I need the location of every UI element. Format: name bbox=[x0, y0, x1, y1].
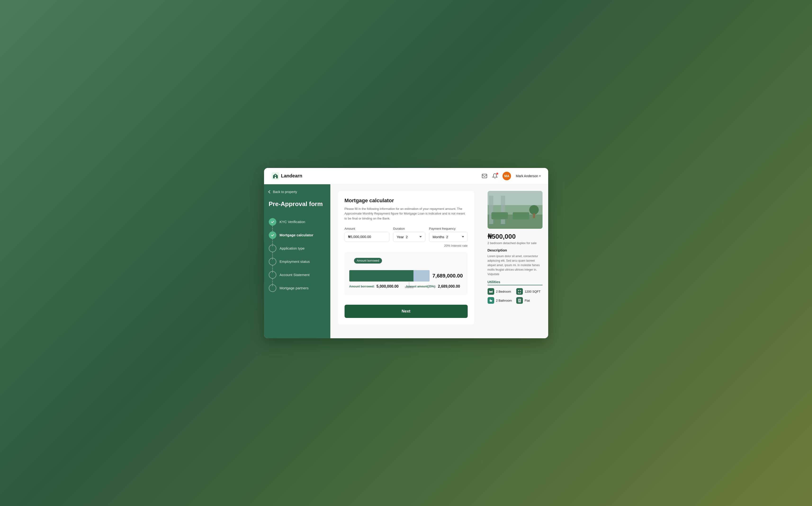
avatar: MA bbox=[502, 172, 511, 180]
right-panel: ₦500,000 2 bedroom detached duplex for s… bbox=[482, 184, 548, 338]
logo-icon bbox=[272, 172, 279, 180]
header-right: MA Mark Anderson ▾ bbox=[482, 172, 540, 180]
back-arrow-icon bbox=[268, 190, 271, 193]
content-area: Mortgage calculator Please fill in the f… bbox=[330, 184, 482, 338]
svg-rect-20 bbox=[520, 300, 520, 300]
step-label-kyc: KYC Verification bbox=[280, 220, 305, 224]
duration-select[interactable]: Year 2 bbox=[393, 232, 425, 242]
logo-text: Landearn bbox=[281, 173, 302, 179]
chart-bar-interest bbox=[413, 270, 429, 281]
notification-dot bbox=[496, 173, 498, 175]
frequency-chevron-icon bbox=[462, 236, 464, 238]
user-name: Mark Anderson bbox=[516, 174, 538, 178]
step-item-application[interactable]: Application type bbox=[269, 242, 326, 255]
svg-point-1 bbox=[275, 175, 276, 176]
chart-bar-container: Interest 7,689,000.00 bbox=[349, 270, 463, 281]
svg-rect-21 bbox=[519, 301, 519, 301]
step-circle-kyc bbox=[269, 218, 276, 226]
interest-rate: 20% Interest rate bbox=[345, 244, 468, 247]
description-title: Description bbox=[488, 248, 543, 252]
svg-rect-15 bbox=[489, 290, 490, 292]
property-image bbox=[488, 191, 543, 229]
svg-rect-2 bbox=[482, 174, 487, 178]
interest-label: Interest bbox=[405, 286, 413, 288]
utility-flat: Flat bbox=[516, 297, 543, 304]
chart-bar-fill bbox=[349, 270, 414, 281]
step-item-account[interactable]: Account Statement bbox=[269, 268, 326, 281]
svg-rect-22 bbox=[520, 301, 520, 301]
utility-bathroom-label: 2 Bathroom bbox=[496, 299, 512, 302]
main-layout: Back to property Pre-Approval form KYC V… bbox=[264, 184, 548, 338]
frequency-select[interactable]: Months 2 bbox=[429, 232, 468, 242]
bath-icon bbox=[488, 297, 494, 304]
step-item-employment[interactable]: Employment status bbox=[269, 255, 326, 268]
amount-borrowed-label: Amount borrowed: bbox=[349, 285, 375, 288]
utility-bedroom-label: 2 Bedroom bbox=[496, 290, 511, 293]
next-button[interactable]: Next bbox=[345, 305, 468, 318]
step-item-kyc[interactable]: KYC Verification bbox=[269, 215, 326, 229]
form-row: Amount Duration Year 2 bbox=[345, 227, 468, 242]
chart-section: Amount borrowed Interest 7,689,000.00 bbox=[345, 252, 468, 295]
svg-rect-17 bbox=[489, 300, 492, 301]
svg-rect-8 bbox=[491, 212, 508, 219]
description-text: Lorem ipsum dolor sit amet, consectetur … bbox=[488, 254, 543, 277]
step-list: KYC Verification Mortgage calculator App… bbox=[269, 215, 326, 295]
svg-rect-9 bbox=[513, 212, 529, 219]
notification-icon[interactable] bbox=[492, 173, 498, 179]
chart-bar-track: Interest bbox=[349, 270, 430, 281]
back-label: Back to property bbox=[273, 190, 297, 194]
step-circle-partners bbox=[269, 284, 276, 292]
svg-rect-6 bbox=[489, 196, 493, 224]
svg-rect-19 bbox=[519, 300, 519, 300]
utility-bathroom: 2 Bathroom bbox=[488, 297, 514, 304]
property-price: ₦500,000 bbox=[488, 233, 543, 240]
frequency-group: Payment frequency Months 2 bbox=[429, 227, 468, 242]
utilities-grid: 2 Bedroom 1200 SQFT bbox=[488, 288, 543, 304]
utility-flat-label: Flat bbox=[525, 299, 530, 302]
svg-rect-16 bbox=[492, 290, 492, 292]
utility-sqft-label: 1200 SQFT bbox=[525, 290, 541, 293]
duration-value: 2 bbox=[406, 235, 408, 239]
svg-rect-11 bbox=[533, 214, 535, 218]
frequency-label: Payment frequency bbox=[429, 227, 468, 230]
svg-point-10 bbox=[529, 205, 539, 215]
utility-bedroom: 2 Bedroom bbox=[488, 288, 514, 295]
user-chevron-icon: ▾ bbox=[539, 174, 541, 178]
back-button[interactable]: Back to property bbox=[269, 190, 326, 194]
interest-line bbox=[409, 282, 409, 286]
amount-input[interactable] bbox=[345, 232, 390, 242]
sqft-icon bbox=[516, 288, 523, 295]
chart-tooltip: Amount borrowed bbox=[354, 258, 382, 263]
step-label-mortgage: Mortgage calculator bbox=[280, 233, 314, 237]
duration-chevron-icon bbox=[419, 236, 422, 238]
step-label-account: Account Statement bbox=[280, 273, 310, 277]
step-item-mortgage[interactable]: Mortgage calculator bbox=[269, 229, 326, 242]
sidebar: Back to property Pre-Approval form KYC V… bbox=[264, 184, 330, 338]
svg-rect-7 bbox=[501, 196, 505, 224]
calculator-description: Please fill in the following information… bbox=[345, 206, 468, 221]
step-label-application: Application type bbox=[280, 246, 305, 250]
step-circle-employment bbox=[269, 258, 276, 265]
logo: Landearn bbox=[272, 172, 302, 180]
property-short-desc: 2 bedroom detached duplex for sale bbox=[488, 241, 543, 245]
property-image-bg bbox=[488, 191, 543, 229]
step-label-partners: Mortgage partners bbox=[280, 286, 309, 290]
interest-amount-value: 2,689,000.00 bbox=[438, 284, 460, 288]
step-circle-account bbox=[269, 271, 276, 279]
amount-label: Amount bbox=[345, 227, 390, 230]
step-circle-application bbox=[269, 245, 276, 252]
chart-total: 7,689,000.00 bbox=[432, 273, 463, 279]
step-item-partners[interactable]: Mortgage partners bbox=[269, 281, 326, 295]
duration-group: Duration Year 2 bbox=[393, 227, 425, 242]
building-icon bbox=[516, 297, 523, 304]
duration-label: Duration bbox=[393, 227, 425, 230]
summary-borrowed: Amount borrowed: 5,000,000.00 bbox=[349, 284, 399, 288]
frequency-value: 2 bbox=[446, 235, 448, 239]
duration-unit: Year bbox=[397, 235, 404, 239]
header: Landearn MA Mark Anderson ▾ bbox=[264, 168, 548, 184]
mail-icon[interactable] bbox=[482, 173, 487, 179]
amount-borrowed-value: 5,000,000.00 bbox=[377, 284, 399, 288]
utilities-title: Utilities bbox=[488, 280, 543, 285]
step-label-employment: Employment status bbox=[280, 259, 310, 263]
user-menu[interactable]: Mark Anderson ▾ bbox=[516, 174, 540, 178]
